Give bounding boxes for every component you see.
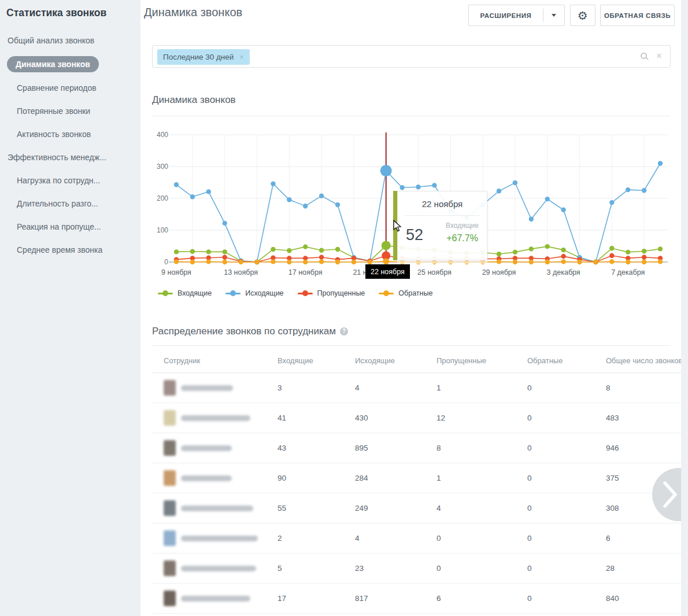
content: Последние 30 дней × × Динамика звонков 0…	[140, 35, 681, 616]
svg-text:7 декабря: 7 декабря	[611, 268, 645, 276]
table-row[interactable]: 5230028	[152, 554, 681, 584]
cell-4: 483	[606, 414, 681, 422]
cell-2: 0	[437, 564, 527, 573]
cell-0: 5	[278, 564, 355, 573]
avatar	[164, 410, 176, 426]
cell-3: 0	[527, 383, 606, 392]
table-row[interactable]: 41430120483	[152, 403, 681, 433]
column-header-2: Исходящие	[355, 356, 437, 365]
sidebar-item-2[interactable]: Сравнение периодов	[17, 80, 97, 95]
chart-section-title: Динамика звонков	[152, 94, 236, 106]
table-section-title: Распределение звонков по сотрудникам?	[152, 326, 348, 337]
svg-text:13 ноября: 13 ноября	[224, 268, 258, 276]
legend-item-2[interactable]: Пропущенные	[298, 289, 365, 297]
sidebar-item-5[interactable]: Эффективность менедж...	[8, 150, 106, 165]
cell-3: 0	[527, 564, 606, 573]
settings-button[interactable]: ⚙	[570, 5, 595, 26]
sidebar-item-7[interactable]: Длительность разго...	[17, 196, 98, 211]
legend-label: Исходящие	[245, 289, 283, 297]
sidebar: Статистика звонков Общий анализ звонковД…	[0, 0, 140, 616]
svg-text:400: 400	[157, 131, 168, 139]
table-row[interactable]: 5524940308	[152, 493, 681, 523]
svg-text:100: 100	[157, 226, 168, 234]
tag-remove-icon[interactable]: ×	[239, 53, 244, 61]
sidebar-item-4[interactable]: Активность звонков	[17, 127, 91, 142]
svg-text:0: 0	[164, 258, 168, 266]
legend-marker	[158, 293, 173, 294]
svg-text:200: 200	[157, 194, 168, 202]
cell-3: 0	[527, 534, 606, 543]
legend-label: Входящие	[177, 289, 212, 297]
cell-0: 3	[278, 383, 355, 392]
employee-name-blurred	[181, 536, 258, 541]
legend-label: Обратные	[398, 289, 432, 297]
divider	[152, 116, 671, 116]
tooltip-series-label: Входящие	[446, 222, 479, 230]
caret-down-icon	[552, 14, 556, 17]
feedback-button-label: ОБРАТНАЯ СВЯЗЬ	[604, 12, 671, 19]
cell-2: 0	[437, 534, 527, 543]
sidebar-item-9[interactable]: Среднее время звонка	[17, 242, 102, 257]
legend-item-0[interactable]: Входящие	[158, 289, 212, 297]
cell-3: 0	[527, 444, 606, 452]
filter-input[interactable]: Последние 30 дней × ×	[152, 45, 671, 68]
legend-marker	[379, 293, 394, 294]
avatar	[164, 380, 176, 396]
column-header-5: Общее число звонков	[606, 356, 681, 365]
legend-label: Пропущенные	[317, 289, 365, 297]
sidebar-item-0[interactable]: Общий анализ звонков	[8, 33, 94, 48]
employee-cell	[164, 440, 278, 456]
cell-3: 0	[527, 474, 606, 482]
tooltip-value: 52	[406, 226, 423, 244]
table-row[interactable]: 9028410375	[152, 463, 681, 493]
sidebar-item-8[interactable]: Реакция на пропуще...	[17, 219, 101, 234]
employee-cell	[164, 560, 278, 576]
cell-1: 817	[355, 594, 437, 603]
legend-item-1[interactable]: Исходящие	[225, 289, 283, 297]
cell-1: 4	[355, 534, 437, 543]
cell-3: 0	[527, 414, 606, 422]
cell-3: 0	[527, 504, 606, 512]
cell-1: 895	[355, 444, 437, 452]
cell-4: 946	[606, 444, 681, 452]
legend-item-3[interactable]: Обратные	[379, 289, 432, 297]
divider	[152, 345, 671, 346]
column-header-1: Входящие	[278, 356, 355, 365]
extensions-button[interactable]: РАСШИРЕНИЯ	[468, 5, 565, 26]
cell-2: 4	[437, 504, 527, 512]
employee-name-blurred	[181, 566, 256, 571]
clear-icon[interactable]: ×	[656, 50, 662, 62]
table-row[interactable]: 1781760840	[152, 584, 681, 614]
cell-1: 284	[355, 474, 437, 482]
table-section-title-text: Распределение звонков по сотрудникам	[152, 326, 336, 337]
employee-cell	[164, 410, 278, 426]
avatar	[164, 470, 176, 486]
employee-cell	[164, 500, 278, 516]
cell-1: 430	[355, 414, 437, 422]
table-row[interactable]: 24006	[152, 523, 681, 554]
svg-text:17 ноября: 17 ноября	[288, 268, 323, 276]
svg-text:3 декабря: 3 декабря	[547, 268, 580, 276]
search-icon[interactable]	[641, 53, 647, 59]
help-icon[interactable]: ?	[340, 327, 348, 335]
table-row[interactable]: 4389580946	[152, 433, 681, 463]
avatar	[164, 560, 176, 576]
sidebar-item-1[interactable]: Динамика звонков	[7, 56, 99, 72]
sidebar-item-3[interactable]: Потерянные звонки	[17, 104, 90, 119]
feedback-button[interactable]: ОБРАТНАЯ СВЯЗЬ	[600, 5, 675, 26]
table-row[interactable]: 34108	[152, 373, 681, 403]
sidebar-item-6[interactable]: Нагрузка по сотрудн...	[17, 173, 100, 188]
cell-4: 28	[606, 564, 681, 573]
employee-name-blurred	[181, 415, 250, 421]
sidebar-title: Статистика звонков	[0, 0, 140, 19]
avatar	[164, 500, 176, 516]
employee-cell	[164, 530, 278, 546]
cell-1: 249	[355, 504, 437, 512]
tooltip-divider	[405, 215, 480, 216]
cell-0: 2	[278, 534, 355, 543]
cell-4: 8	[606, 383, 681, 392]
gear-icon: ⚙	[578, 9, 589, 23]
extensions-dropdown-toggle[interactable]	[543, 14, 564, 17]
main-area: Динамика звонков РАСШИРЕНИЯ ⚙ ОБРАТНАЯ С…	[140, 0, 681, 616]
filter-tag[interactable]: Последние 30 дней ×	[157, 49, 250, 65]
